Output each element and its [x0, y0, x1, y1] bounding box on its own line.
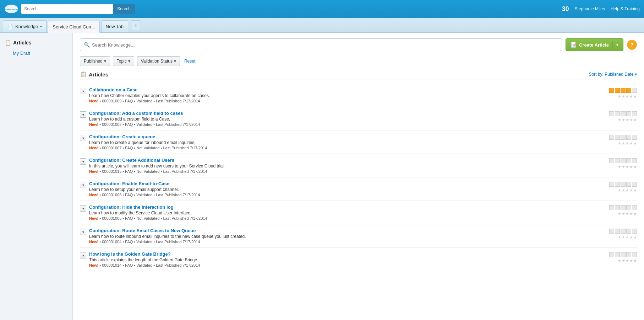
article-title-link[interactable]: Configuration: Route Email Cases to New …: [89, 228, 196, 233]
article-meta: New! • 000001008 • FAQ • Validated • Las…: [89, 122, 606, 127]
star-icon: ★: [629, 212, 633, 216]
sidebar-item-my-draft[interactable]: My Draft: [0, 48, 72, 58]
article-content: Configuration: Hide the interaction log …: [89, 204, 606, 220]
article-title-link[interactable]: Configuration: Hide the interaction log: [89, 204, 174, 210]
new-badge: New!: [89, 193, 98, 197]
article-content: Configuration: Route Email Cases to New …: [89, 228, 606, 244]
published-filter-button[interactable]: Published ▾: [80, 56, 110, 66]
sidebar-my-draft-label: My Draft: [13, 50, 30, 56]
star-icon: ★: [629, 235, 633, 240]
rating-bars: [609, 135, 637, 140]
star-icon: ★: [618, 188, 621, 193]
article-expand-button[interactable]: ▾: [80, 182, 86, 188]
article-rating: ★★★★★: [609, 135, 637, 146]
rating-bar: [615, 111, 620, 116]
article-expand-button[interactable]: ▾: [80, 135, 86, 141]
star-icon: ★: [618, 94, 621, 99]
global-search-button[interactable]: Search: [113, 4, 135, 14]
article-expand-button[interactable]: ▾: [80, 229, 86, 235]
rating-bar: [632, 205, 637, 210]
star-icon: ★: [622, 258, 625, 263]
article-title-link[interactable]: Configuration: Create Additional Users: [89, 158, 174, 163]
tab-service-cloud[interactable]: Service Cloud Con...: [48, 21, 99, 33]
create-article-button[interactable]: 📝 Create Article ▾: [566, 38, 623, 51]
tab-new-tab[interactable]: New Tab: [101, 20, 128, 32]
new-badge: New!: [89, 216, 98, 220]
rating-bar: [626, 205, 631, 210]
rating-bar: [609, 111, 614, 116]
article-expand-button[interactable]: ▾: [80, 252, 86, 258]
sort-by-value[interactable]: Published Date ▾: [605, 72, 637, 77]
star-icon: ★: [629, 141, 633, 146]
star-icon: ★: [626, 118, 629, 122]
article-expand-button[interactable]: ▾: [80, 111, 86, 118]
article-meta: New! • 000001009 • FAQ • Validated • Las…: [89, 99, 606, 103]
article-expand-button[interactable]: ▾: [80, 158, 86, 165]
article-expand-button[interactable]: ▾: [80, 88, 86, 94]
knowledge-search-icon: 🔍: [84, 42, 90, 48]
article-meta: New! • 000001004 • FAQ • Validated • Las…: [89, 240, 606, 244]
star-icon: ★: [633, 141, 637, 146]
article-expand-button[interactable]: ▾: [80, 205, 86, 212]
articles-section-icon: 📋: [5, 40, 11, 46]
article-title-link[interactable]: Configuration: Add a custom field to cas…: [89, 111, 183, 116]
help-training-link[interactable]: Help & Training: [611, 6, 640, 11]
knowledge-search-container: 🔍: [80, 38, 562, 51]
tab-add-button[interactable]: +: [131, 20, 141, 30]
rating-bar: [621, 111, 626, 116]
article-title-link[interactable]: Collaborate on a Case: [89, 87, 138, 92]
article-title-link[interactable]: How long is the Golden Gate Bridge?: [89, 251, 171, 257]
article-item: ▾ Configuration: Create a queue Learn ho…: [80, 130, 637, 154]
article-content: Configuration: Enable Email-to-Case Lear…: [89, 181, 606, 197]
reset-filter-button[interactable]: Reset: [183, 59, 197, 64]
article-rating: ★★★★★: [609, 229, 637, 240]
tab-new-tab-label: New Tab: [106, 24, 124, 29]
rating-bar: [609, 229, 614, 234]
star-rating: ★★★★★: [618, 212, 637, 216]
user-name[interactable]: Stephanie Miles: [575, 6, 605, 11]
star-icon: ★: [626, 94, 629, 99]
rating-bars: [609, 252, 637, 257]
rating-bar: [632, 111, 637, 116]
knowledge-search-input[interactable]: [92, 42, 558, 48]
new-badge: New!: [89, 146, 98, 150]
tab-service-cloud-label: Service Cloud Con...: [53, 24, 95, 30]
star-rating: ★★★★★: [618, 141, 637, 146]
star-icon: ★: [633, 165, 637, 169]
rating-bars: [609, 88, 637, 93]
rating-bar: [609, 88, 614, 93]
rating-bars: [609, 205, 637, 210]
new-badge: New!: [89, 263, 98, 267]
create-article-dropdown-icon[interactable]: ▾: [616, 43, 618, 47]
topic-filter-label: Topic: [117, 59, 127, 64]
article-title-link[interactable]: Configuration: Create a queue: [89, 134, 155, 139]
rating-bar: [615, 252, 620, 257]
star-icon: ★: [618, 235, 621, 240]
validation-status-filter-button[interactable]: Validation Status ▾: [137, 56, 180, 66]
article-rating: ★★★★★: [609, 111, 637, 122]
sidebar-articles-title[interactable]: 📋 Articles: [0, 37, 72, 48]
help-circle-button[interactable]: ?: [627, 40, 637, 50]
new-badge: New!: [89, 169, 98, 174]
star-icon: ★: [622, 94, 625, 99]
rating-bar: [632, 158, 637, 163]
articles-title-icon: 📋: [80, 71, 87, 78]
star-icon: ★: [622, 188, 625, 193]
article-title-link[interactable]: Configuration: Enable Email-to-Case: [89, 181, 169, 186]
new-badge: New!: [89, 122, 98, 127]
article-description: Learn how to create a queue for inbound …: [89, 140, 606, 145]
tab-knowledge[interactable]: 📄 Knowledge ▾: [3, 20, 47, 32]
rating-bars: [609, 182, 637, 187]
star-icon: ★: [626, 212, 629, 216]
article-description: Learn how Chatter enables your agents to…: [89, 93, 606, 98]
rating-bar: [626, 182, 631, 187]
topic-filter-button[interactable]: Topic ▾: [113, 56, 134, 66]
global-search-input[interactable]: [21, 4, 113, 14]
tab-knowledge-dropdown-icon[interactable]: ▾: [40, 25, 42, 28]
rating-bar: [609, 252, 614, 257]
article-meta: New! • 000001007 • FAQ • Not Validated •…: [89, 146, 606, 150]
star-icon: ★: [626, 235, 629, 240]
salesforce-logo[interactable]: salesforce: [4, 4, 18, 14]
rating-bar: [626, 229, 631, 234]
star-rating: ★★★★★: [618, 165, 637, 169]
